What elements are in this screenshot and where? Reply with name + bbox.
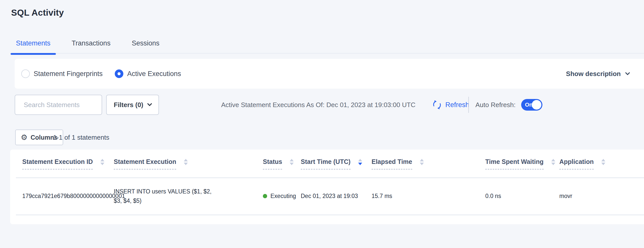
column-header-label[interactable]: Start Time (UTC) (301, 158, 351, 169)
column-header-label[interactable]: Status (263, 158, 282, 169)
tab-transactions[interactable]: Transactions (66, 39, 116, 54)
radio-active-executions[interactable]: Active Executions (115, 69, 181, 78)
column-header-statement-execution[interactable]: Statement Execution (114, 158, 188, 169)
show-description-label: Show description (566, 70, 621, 78)
auto-refresh-label: Auto Refresh: (475, 101, 516, 109)
column-header-status[interactable]: Status (263, 158, 294, 169)
column-header-start-time[interactable]: Start Time (UTC) (301, 158, 362, 169)
chevron-down-icon (625, 70, 630, 75)
auto-refresh-toggle[interactable]: On (521, 99, 542, 111)
show-description-button[interactable]: Show description (566, 70, 629, 78)
tab-statements[interactable]: Statements (11, 39, 56, 54)
cell-status: Executing (263, 178, 296, 215)
toolbar-divider (468, 97, 469, 113)
chevron-down-icon (147, 101, 152, 106)
column-header-label[interactable]: Statement Execution (114, 158, 176, 169)
auto-refresh-control: Auto Refresh: On (475, 95, 542, 115)
column-header-elapsed-time[interactable]: Elapsed Time (372, 158, 424, 169)
radio-label: Statement Fingerprints (34, 70, 103, 78)
cell-time-spent-waiting: 0.0 ns (485, 178, 501, 215)
sort-arrows-icon-desc-active[interactable] (358, 159, 362, 165)
view-selector-card: Statement Fingerprints Active Executions… (15, 59, 644, 89)
column-header-label[interactable]: Time Spent Waiting (485, 158, 544, 169)
radio-selected-icon[interactable] (115, 69, 123, 78)
sort-arrows-icon[interactable] (551, 159, 555, 165)
column-header-label[interactable]: Statement Execution ID (22, 158, 93, 169)
toggle-knob[interactable] (532, 100, 541, 110)
results-count: 1-1 of 1 statements (53, 130, 109, 145)
filters-label: Filters (0) (114, 101, 143, 109)
tab-bar: Statements Transactions Sessions (11, 39, 165, 54)
radio-statement-fingerprints[interactable]: Statement Fingerprints (21, 69, 103, 78)
page-title: SQL Activity (11, 8, 64, 18)
toggle-state-label: On (525, 102, 533, 108)
gear-icon: ⚙ (21, 134, 28, 141)
cell-statement-execution[interactable]: INSERT INTO users VALUES ($1, $2, $3, $4… (114, 178, 220, 215)
radio-unselected-icon[interactable] (21, 69, 30, 78)
column-header-application[interactable]: Application (559, 158, 605, 169)
search-input[interactable] (24, 101, 108, 109)
search-box (15, 95, 102, 115)
column-header-statement-execution-id[interactable]: Statement Execution ID (22, 158, 104, 169)
column-header-time-spent-waiting[interactable]: Time Spent Waiting (485, 158, 555, 169)
sort-arrows-icon[interactable] (184, 159, 188, 165)
as-of-timestamp: Active Statement Executions As Of: Dec 0… (221, 95, 416, 115)
cell-start-time: Dec 01, 2023 at 19:03 (301, 178, 358, 215)
cell-application: movr (559, 178, 572, 215)
sort-arrows-icon[interactable] (100, 159, 104, 165)
status-label: Executing (270, 193, 296, 200)
cell-elapsed-time: 15.7 ms (372, 178, 392, 215)
tab-sessions[interactable]: Sessions (126, 39, 165, 54)
sort-arrows-icon[interactable] (290, 159, 294, 165)
table-row-divider (16, 215, 644, 215)
column-header-label[interactable]: Elapsed Time (372, 158, 412, 169)
filters-button[interactable]: Filters (0) (106, 95, 159, 115)
executing-status-dot-icon (263, 194, 267, 198)
column-header-label[interactable]: Application (559, 158, 594, 169)
sort-arrows-icon[interactable] (420, 159, 424, 165)
sort-arrows-icon[interactable] (601, 159, 605, 165)
statements-table: Statement Execution ID Statement Executi… (10, 150, 644, 224)
cell-statement-execution-id[interactable]: 179cca7921e679b80000000000000001 (22, 178, 125, 215)
radio-label: Active Executions (127, 70, 181, 78)
refresh-button[interactable]: Refresh (432, 95, 469, 115)
refresh-icon (432, 100, 442, 110)
refresh-label: Refresh (445, 101, 469, 109)
